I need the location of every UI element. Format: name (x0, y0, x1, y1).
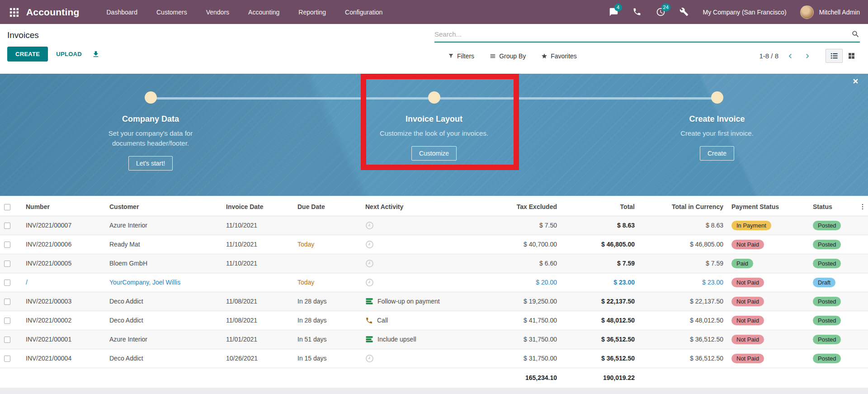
cell-number: INV/2021/00004 (22, 349, 105, 368)
table-row[interactable]: INV/2021/00001Azure Interior11/01/2021In… (0, 330, 868, 349)
step-action-button[interactable]: Create (700, 146, 734, 161)
step-action-button[interactable]: Let's start! (128, 156, 173, 171)
column-header-tax_excluded[interactable]: Tax Excluded (502, 198, 561, 216)
optional-columns-icon[interactable] (855, 198, 868, 216)
table-row[interactable]: /YourCompany, Joel WillisToday$ 20.00$ 2… (0, 273, 868, 292)
step-title: Create Invoice (689, 114, 745, 124)
cell-invoice-date (222, 273, 293, 292)
row-checkbox[interactable] (4, 280, 10, 286)
row-checkbox[interactable] (4, 356, 10, 362)
activity-clock-icon[interactable] (365, 354, 374, 363)
column-header-payment_status[interactable]: Payment Status (727, 198, 809, 216)
payment-status-badge: In Payment (731, 221, 771, 230)
banner-close-icon[interactable] (852, 78, 859, 85)
menu-configuration[interactable]: Configuration (345, 9, 382, 16)
cell-status: Posted (809, 254, 855, 273)
onboarding-step-3: Create InvoiceCreate your first invoice.… (640, 91, 794, 161)
cell-tax-excluded: $ 6.60 (502, 254, 561, 273)
cell-total: $ 36,512.50 (561, 349, 639, 368)
cell-next-activity (361, 349, 502, 368)
cell-customer: Deco Addict (105, 292, 222, 311)
column-header-number[interactable]: Number (22, 198, 105, 216)
menu-vendors[interactable]: Vendors (206, 9, 229, 16)
table-row[interactable]: INV/2021/00002Deco Addict11/08/2021In 28… (0, 311, 868, 330)
upload-button[interactable]: UPLOAD (50, 47, 88, 61)
tools-icon[interactable] (679, 7, 689, 17)
cell-due-date: In 28 days (293, 292, 361, 311)
cell-total: $ 7.59 (561, 254, 639, 273)
column-header-activity[interactable]: Next Activity (361, 198, 502, 216)
cell-customer: Ready Mat (105, 235, 222, 254)
select-all-checkbox[interactable] (4, 204, 10, 210)
messages-icon[interactable]: 4 (609, 7, 619, 17)
table-row[interactable]: INV/2021/00004Deco Addict10/26/2021In 15… (0, 349, 868, 368)
cell-total: $ 48,012.50 (561, 311, 639, 330)
table-row[interactable]: INV/2021/00007Azure Interior11/10/2021$ … (0, 216, 868, 235)
row-checkbox[interactable] (4, 299, 10, 305)
user-avatar[interactable] (800, 5, 814, 19)
filters-button[interactable]: Filters (448, 52, 474, 60)
customer-link[interactable]: YourCompany, Joel Willis (109, 279, 180, 286)
column-header-due_date[interactable]: Due Date (293, 198, 361, 216)
pager-count: 1-8 / 8 (759, 52, 778, 60)
status-badge: Draft (813, 278, 835, 287)
column-header-total_currency[interactable]: Total in Currency (639, 198, 727, 216)
activity-clock-icon[interactable] (365, 221, 374, 230)
activity-clock-icon[interactable] (365, 278, 374, 287)
activities-icon[interactable]: 24 (656, 7, 666, 17)
activity-label: Call (377, 317, 388, 324)
customer-text: Ready Mat (109, 241, 140, 248)
company-switcher[interactable]: My Company (San Francisco) (703, 9, 787, 16)
activity-clock-icon[interactable] (365, 240, 374, 249)
column-header-total[interactable]: Total (561, 198, 639, 216)
activity-clock-icon[interactable] (365, 259, 374, 268)
cell-due-date (293, 254, 361, 273)
cell-next-activity (361, 273, 502, 292)
favorites-button[interactable]: Favorites (541, 52, 577, 60)
row-checkbox[interactable] (4, 318, 10, 324)
table-row[interactable]: INV/2021/00006Ready Mat11/10/2021Today$ … (0, 235, 868, 254)
row-checkbox[interactable] (4, 337, 10, 343)
row-checkbox[interactable] (4, 242, 10, 248)
messages-badge: 4 (614, 4, 622, 11)
step-action-button[interactable]: Customize (411, 146, 457, 161)
search-icon[interactable] (851, 30, 860, 38)
create-button[interactable]: CREATE (7, 47, 48, 62)
search-input[interactable] (434, 28, 851, 40)
control-panel: Invoices CREATE UPLOAD Filters Group By (0, 24, 868, 74)
cell-status: Posted (809, 349, 855, 368)
kanban-view-button[interactable] (843, 49, 860, 63)
activity-label: Follow-up on payment (377, 298, 440, 305)
search-bar (434, 28, 860, 43)
row-checkbox[interactable] (4, 261, 10, 267)
activity-list-icon[interactable] (365, 335, 373, 343)
apps-grid-icon[interactable] (8, 6, 20, 18)
pager-previous-icon[interactable] (785, 51, 796, 62)
cell-total-currency: $ 23.00 (639, 273, 727, 292)
payment-status-badge: Not Paid (731, 278, 764, 287)
menu-accounting[interactable]: Accounting (248, 9, 279, 16)
pager-next-icon[interactable] (802, 51, 813, 62)
phone-icon[interactable] (632, 7, 642, 17)
column-header-invoice_date[interactable]: Invoice Date (222, 198, 293, 216)
group-by-button[interactable]: Group By (490, 52, 526, 60)
download-icon[interactable] (92, 50, 100, 58)
table-row[interactable]: INV/2021/00005Bloem GmbH11/10/2021$ 6.60… (0, 254, 868, 273)
cell-status: Posted (809, 330, 855, 349)
menu-dashboard[interactable]: Dashboard (107, 9, 138, 16)
cell-invoice-date: 11/10/2021 (222, 254, 293, 273)
menu-reporting[interactable]: Reporting (298, 9, 326, 16)
user-name[interactable]: Mitchell Admin (819, 9, 860, 16)
step-dot (711, 91, 723, 104)
activity-phone-icon[interactable] (365, 317, 373, 324)
menu-customers[interactable]: Customers (156, 9, 187, 16)
list-view-button[interactable] (826, 49, 843, 63)
table-row[interactable]: INV/2021/00003Deco Addict11/08/2021In 28… (0, 292, 868, 311)
column-header-customer[interactable]: Customer (105, 198, 222, 216)
cell-status: Posted (809, 235, 855, 254)
activity-list-icon[interactable] (365, 297, 373, 305)
column-header-status[interactable]: Status (809, 198, 855, 216)
cell-due-date: In 28 days (293, 311, 361, 330)
row-checkbox[interactable] (4, 223, 10, 229)
cell-total-currency: $ 36,512.50 (639, 330, 727, 349)
